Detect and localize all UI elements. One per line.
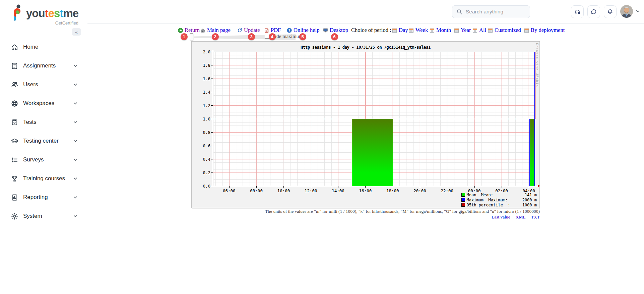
tests-icon (11, 118, 18, 126)
x-tick-label: 08:00 (250, 188, 263, 193)
sidebar-item-testing-center[interactable]: Testing center (0, 132, 87, 150)
app-logo[interactable]: youtestme GetCertified (11, 4, 78, 26)
x-tick (338, 186, 338, 188)
annotation-badge-1: 1 (181, 33, 188, 40)
legend-row: Mean Mean: 141 m (461, 193, 537, 198)
y-tick (211, 119, 213, 119)
legend-row: 95th percentile : 1000 m (461, 203, 537, 208)
period-all-link[interactable]: All (472, 27, 486, 34)
annotation-badge-6: 6 (331, 33, 338, 40)
y-tick (211, 79, 213, 79)
home-icon (11, 43, 18, 51)
y-tick-label: 1.0 (196, 116, 210, 121)
sidebar: youtestme GetCertified « HomeAssignments… (0, 0, 87, 294)
annotation-badge-3: 3 (248, 33, 255, 40)
home-page-icon (200, 28, 205, 33)
x-tick-label: 06:00 (223, 188, 236, 193)
calendar-icon (430, 28, 435, 33)
period-week-link[interactable]: Week (409, 27, 428, 34)
period-by-deployment-link[interactable]: By deployment (524, 27, 565, 34)
link-label: Desktop (330, 27, 348, 34)
sidebar-item-label: Reporting (23, 194, 73, 201)
logo-icon (11, 4, 23, 23)
global-search[interactable] (452, 5, 530, 18)
avatar[interactable] (620, 5, 633, 18)
units-note: The units of the values are "m" for mill… (0, 209, 540, 214)
avatar-menu-chevron-icon[interactable] (635, 9, 640, 14)
x-tick (529, 186, 529, 188)
x-axis (211, 186, 538, 186)
desktop-icon (323, 28, 328, 33)
maximum-line (529, 119, 530, 186)
sidebar-item-reporting[interactable]: Reporting (0, 188, 87, 207)
x-tick-label: 16:00 (359, 188, 372, 193)
headphones-button[interactable] (571, 5, 584, 18)
y-tick (211, 186, 213, 186)
y-tick-label: 0.2 (196, 170, 210, 175)
sidebar-item-users[interactable]: Users (0, 75, 87, 94)
y-tick-label: 0.8 (196, 130, 210, 135)
sidebar-collapse-button[interactable]: « (72, 28, 81, 36)
calendar-icon (524, 28, 529, 33)
x-tick (256, 186, 257, 188)
desktop-link[interactable]: Desktop (323, 27, 348, 34)
x-tick-label: 10:00 (277, 188, 290, 193)
link-label: By deployment (531, 27, 565, 34)
logo-letter: t (60, 7, 63, 19)
annotation-badge-5: 5 (299, 33, 306, 40)
chevron-down-icon (73, 176, 78, 181)
y-tick (211, 159, 213, 159)
calendar-icon (409, 28, 414, 33)
sidebar-item-label: Testing center (23, 138, 73, 144)
logo-letter: t (45, 7, 48, 19)
sidebar-item-home[interactable]: Home (0, 38, 87, 56)
sidebar-item-assignments[interactable]: Assignments (0, 56, 87, 75)
period-month-link[interactable]: Month (430, 27, 451, 34)
main-page-link[interactable]: Main page (200, 27, 231, 34)
legend-row: Maximum Maximum: 2000 m (461, 198, 537, 203)
calendar-icon (488, 28, 493, 33)
y-tick-label: 0.6 (196, 143, 210, 148)
bell-button[interactable] (604, 5, 617, 18)
online-help-link[interactable]: ?Online help (287, 27, 319, 34)
sidebar-item-label: Tests (23, 119, 73, 126)
link-label: Return (185, 27, 200, 34)
chart-title: Http sessions - 1 day - 10/31/25 on /gc1… (192, 45, 539, 50)
maximum-line (393, 119, 393, 186)
chart-plot-area (213, 52, 535, 186)
svg-text:?: ? (288, 28, 290, 32)
period-customized-link[interactable]: Customized (488, 27, 521, 34)
link-label: Month (436, 27, 451, 34)
x-tick (502, 186, 502, 188)
pdf-link[interactable]: PDF (264, 27, 281, 34)
footer-link-last-value[interactable]: Last value (492, 214, 510, 219)
legend-text: 95th percentile : 1000 m (466, 203, 537, 207)
update-link[interactable]: Update (237, 27, 260, 34)
sidebar-item-label: Users (23, 81, 73, 88)
workspaces-icon (11, 100, 18, 107)
y-tick-label: 0.4 (196, 157, 210, 162)
maximum-line (352, 119, 352, 186)
surveys-icon (11, 156, 18, 164)
link-label: All (479, 27, 486, 34)
period-year-link[interactable]: Year (454, 27, 471, 34)
x-tick-label: 18:00 (386, 188, 399, 193)
sidebar-item-surveys[interactable]: Surveys (0, 150, 87, 169)
search-input[interactable] (466, 9, 523, 15)
sidebar-item-tests[interactable]: Tests (0, 113, 87, 132)
chat-button[interactable] (587, 5, 600, 18)
footer-link-txt[interactable]: TXT (531, 214, 540, 219)
y-tick-label: 1.4 (196, 90, 210, 95)
y-tick (211, 146, 213, 146)
footer-link-xml[interactable]: XML (516, 214, 526, 219)
zoom-slider-handle[interactable] (190, 33, 193, 40)
sidebar-item-workspaces[interactable]: Workspaces (0, 94, 87, 113)
y-tick (211, 105, 213, 106)
period-day-link[interactable]: Day (392, 27, 408, 34)
sidebar-item-training-courses[interactable]: Training courses (0, 169, 87, 188)
y-tick (211, 173, 213, 173)
x-tick (420, 186, 420, 188)
legend-swatch (461, 193, 465, 197)
return-link[interactable]: Return (178, 27, 200, 34)
mean-area-segment (352, 119, 393, 186)
